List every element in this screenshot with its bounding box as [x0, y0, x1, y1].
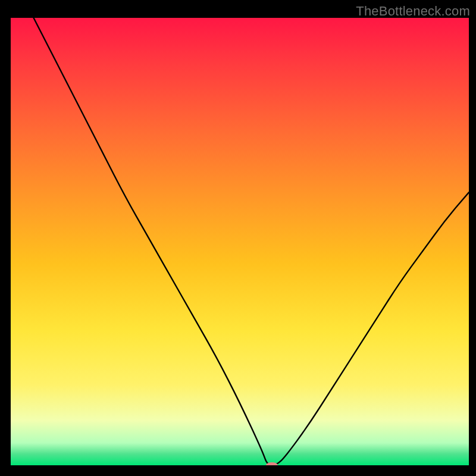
- watermark-text: TheBottleneck.com: [356, 4, 470, 19]
- chart-frame: TheBottleneck.com: [0, 0, 476, 476]
- plot-area: [11, 18, 469, 465]
- chart-svg: [11, 18, 469, 465]
- heatmap-background: [11, 18, 469, 465]
